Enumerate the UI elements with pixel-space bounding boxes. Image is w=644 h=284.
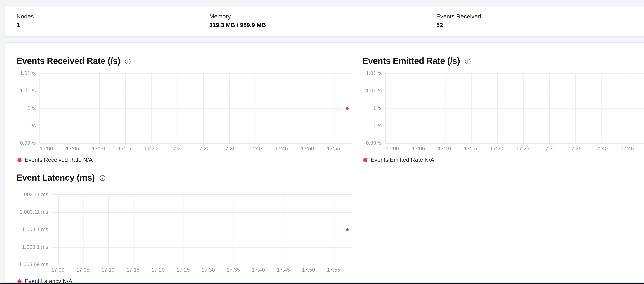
vertical-gridline — [99, 74, 100, 144]
vertical-gridline — [602, 74, 602, 144]
x-axis-tick-label: 17:45 — [277, 267, 290, 272]
x-axis-tick-label: 17:40 — [252, 267, 265, 272]
chart-body: 1.01 /s1.01 /s1 /s1 /s0.99 /s — [362, 73, 644, 144]
vertical-gridline — [523, 74, 524, 144]
chart-title: Events Received Rate (/s) — [16, 56, 120, 66]
horizontal-gridline — [40, 108, 352, 109]
info-icon[interactable] — [125, 58, 131, 64]
vertical-gridline — [209, 195, 209, 265]
chart-title: Event Latency (ms) — [16, 173, 95, 183]
x-axis-tick-label: 17:20 — [490, 146, 503, 151]
vertical-gridline — [419, 74, 419, 144]
stat-label: Nodes — [16, 12, 34, 20]
plot-grid — [52, 194, 352, 265]
x-axis-tick-label: 17:30 — [542, 146, 556, 151]
chart-events-received-rate: Events Received Rate (/s)1.01 /s1.01 /s1… — [16, 55, 356, 163]
chart-body: 1.01 /s1.01 /s1 /s1 /s0.99 /s — [16, 73, 356, 144]
x-axis-tick-label: 17:45 — [275, 146, 288, 151]
x-axis-tick-label: 17:40 — [594, 146, 608, 151]
chart-legend[interactable]: Events Emitted Rate N/A — [362, 157, 434, 163]
horizontal-gridline — [52, 230, 352, 230]
y-axis-tick-label: 1,003.11 ms — [20, 192, 48, 197]
x-axis-tick-label: 17:25 — [176, 267, 190, 272]
vertical-gridline — [259, 195, 259, 265]
vertical-gridline — [471, 74, 472, 144]
x-axis-tick-label: 17:20 — [144, 146, 158, 151]
data-point[interactable] — [346, 228, 349, 231]
x-axis-tick-label: 17:00 — [51, 267, 64, 272]
x-axis-tick-label: 17:35 — [222, 146, 236, 151]
y-axis-tick-label: 0.99 /s — [20, 140, 36, 146]
x-axis-tick-label: 17:00 — [40, 146, 53, 151]
vertical-gridline — [234, 195, 234, 265]
x-axis-tick-label: 17:45 — [620, 146, 634, 151]
x-axis-tick-label: 17:30 — [202, 267, 215, 272]
y-axis-tick-label: 1.01 /s — [20, 88, 36, 93]
y-axis-tick-label: 1 /s — [373, 123, 382, 128]
vertical-gridline — [576, 74, 576, 144]
x-axis-tick-label: 17:30 — [196, 146, 210, 151]
x-axis-tick-label: 17:35 — [568, 146, 582, 151]
x-axis-labels: 17:0017:0517:1017:1517:2017:2517:3017:35… — [40, 146, 351, 153]
vertical-gridline — [445, 74, 446, 144]
chart-body: 1,003.11 ms1,003.11 ms1,003.1 ms1,003.1 … — [16, 194, 356, 265]
y-axis-tick-label: 1 /s — [373, 105, 382, 111]
y-axis-tick-label: 1.01 /s — [366, 88, 382, 93]
horizontal-gridline — [40, 126, 352, 126]
plot-grid — [385, 73, 644, 144]
x-axis-tick-label: 17:55 — [327, 146, 340, 151]
vertical-gridline — [204, 74, 204, 144]
vertical-gridline — [308, 74, 308, 144]
x-axis-tick-label: 17:25 — [516, 146, 530, 151]
stat-value: 319.3 MB / 989.9 MB — [209, 21, 266, 29]
stat-label: Events Received — [436, 12, 481, 20]
vertical-gridline — [393, 74, 393, 144]
vertical-gridline — [230, 74, 230, 144]
x-axis-labels: 17:0017:0517:1017:1517:2017:2517:3017:35… — [52, 267, 351, 274]
horizontal-gridline — [40, 91, 352, 91]
vertical-gridline — [334, 74, 334, 144]
plot-grid — [40, 73, 352, 144]
stat-value: 52 — [436, 21, 481, 29]
stat-label: Memory — [209, 12, 266, 20]
chart-legend[interactable]: Events Received Rate N/A — [16, 157, 92, 163]
vertical-gridline — [47, 74, 47, 144]
y-axis-labels: 1,003.11 ms1,003.11 ms1,003.1 ms1,003.1 … — [16, 194, 52, 264]
stat-events-received: Events Received 52 — [436, 12, 481, 29]
vertical-gridline — [125, 74, 126, 144]
info-icon[interactable] — [464, 58, 470, 64]
x-axis-tick-label: 17:00 — [386, 146, 399, 151]
x-axis-tick-label: 17:40 — [248, 146, 262, 151]
x-axis-tick-label: 17:15 — [118, 146, 132, 151]
horizontal-gridline — [386, 126, 644, 126]
horizontal-gridline — [52, 212, 352, 213]
x-axis-tick-label: 17:10 — [438, 146, 451, 151]
next-section-edge — [0, 283, 644, 284]
legend-color-dot — [363, 158, 368, 162]
vertical-gridline — [83, 195, 84, 265]
vertical-gridline — [58, 195, 59, 265]
x-axis-tick-label: 17:35 — [227, 267, 240, 272]
vertical-gridline — [151, 74, 152, 144]
vertical-gridline — [184, 195, 184, 265]
info-icon[interactable] — [100, 175, 105, 181]
data-point[interactable] — [346, 107, 348, 110]
vertical-gridline — [256, 74, 256, 144]
vertical-gridline — [309, 195, 310, 265]
vertical-gridline — [282, 74, 282, 144]
x-axis-tick-label: 17:15 — [464, 146, 477, 151]
x-axis-labels: 17:0017:0517:1017:1517:2017:2517:3017:35… — [385, 146, 644, 153]
legend-label: Events Emitted Rate N/A — [371, 157, 434, 163]
vertical-gridline — [134, 195, 134, 265]
stat-nodes: Nodes 1 — [16, 12, 34, 29]
y-axis-labels: 1.01 /s1.01 /s1 /s1 /s0.99 /s — [362, 73, 385, 143]
x-axis-tick-label: 17:20 — [152, 267, 165, 272]
vertical-gridline — [108, 195, 109, 265]
chart-header: Events Emitted Rate (/s) — [362, 55, 644, 68]
x-axis-tick-label: 17:05 — [412, 146, 425, 151]
vertical-gridline — [73, 74, 74, 144]
x-axis-tick-label: 17:15 — [126, 267, 140, 272]
legend-label: Events Received Rate N/A — [25, 157, 92, 163]
x-axis-tick-label: 17:55 — [327, 267, 340, 272]
dashboard-page: Nodes 1 Memory 319.3 MB / 989.9 MB Event… — [0, 0, 644, 284]
